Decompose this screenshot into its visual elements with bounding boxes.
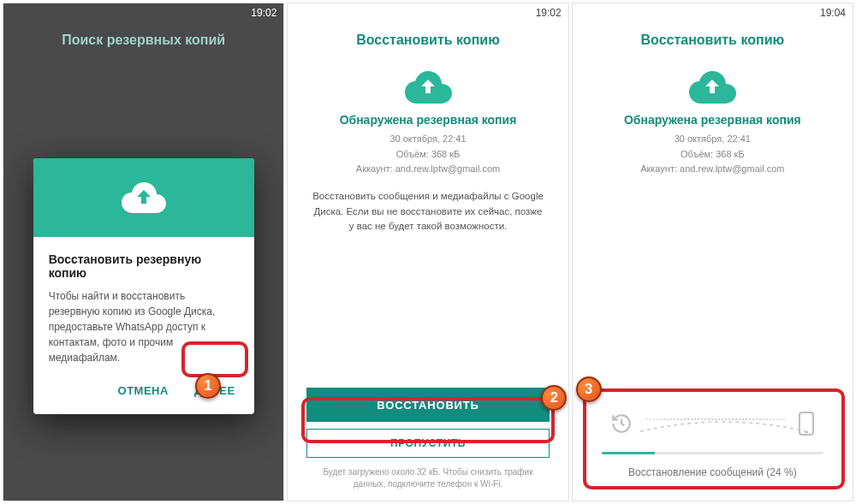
page-title: Восстановить копию: [288, 22, 568, 56]
dialog-title: Восстановить резервную копию: [49, 252, 239, 280]
annotation-badge: 3: [576, 377, 602, 402]
modal-overlay: Восстановить резервную копию Чтобы найти…: [3, 3, 283, 501]
transfer-dots: [638, 418, 793, 433]
screen-restore-progress: 19:04 Восстановить копию Обнаружена резе…: [572, 3, 853, 501]
progress-label: Восстановление сообщений (24 %): [602, 466, 823, 478]
backup-size: Объём: 368 кБ: [593, 147, 832, 163]
status-bar: 19:02: [288, 3, 568, 22]
history-icon: [610, 412, 633, 438]
page-title: Восстановить копию: [573, 22, 853, 56]
restore-button[interactable]: ВОССТАНОВИТЬ: [306, 388, 549, 422]
status-time: 19:04: [820, 7, 846, 19]
backup-found-title: Обнаружена резервная копия: [308, 113, 547, 127]
cloud-upload-icon: [121, 181, 167, 214]
progress-bar: [602, 452, 823, 454]
backup-account: Аккаунт: and.rew.lptw@gmail.com: [593, 162, 832, 177]
screen-restore-found: 19:02 Восстановить копию Обнаружена резе…: [287, 3, 568, 501]
dialog-header: [33, 158, 254, 237]
backup-found-title: Обнаружена резервная копия: [593, 113, 832, 127]
backup-size: Объём: 368 кБ: [308, 147, 547, 163]
backup-date: 30 октября, 22:41: [593, 132, 832, 147]
cancel-button[interactable]: ОТМЕНА: [108, 377, 179, 404]
data-hint: Будет загружено около 32 кБ. Чтобы снизи…: [306, 466, 549, 490]
backup-description: Восстановить сообщения и медиафайлы с Go…: [308, 189, 547, 234]
skip-button[interactable]: ПРОПУСТИТЬ: [306, 429, 549, 458]
progress-bar-fill: [602, 452, 655, 454]
dialog-actions: ОТМЕНА ДАЛЕЕ: [33, 372, 254, 414]
cloud-upload-icon: [308, 70, 547, 104]
backup-account: Аккаунт: and.rew.lptw@gmail.com: [308, 162, 547, 177]
backup-date: 30 октября, 22:41: [308, 132, 547, 147]
next-button[interactable]: ДАЛЕЕ: [184, 377, 246, 404]
dialog-body-text: Чтобы найти и восстановить резервную коп…: [49, 288, 239, 365]
restore-backup-dialog: Восстановить резервную копию Чтобы найти…: [33, 158, 254, 414]
screen-search-backup: 19:02 Поиск резервных копий Восстановить…: [3, 3, 284, 501]
status-time: 19:02: [536, 7, 562, 19]
restore-progress-block: Восстановление сообщений (24 %): [591, 402, 834, 490]
status-bar: 19:04: [573, 3, 853, 22]
cloud-upload-icon: [593, 70, 832, 104]
